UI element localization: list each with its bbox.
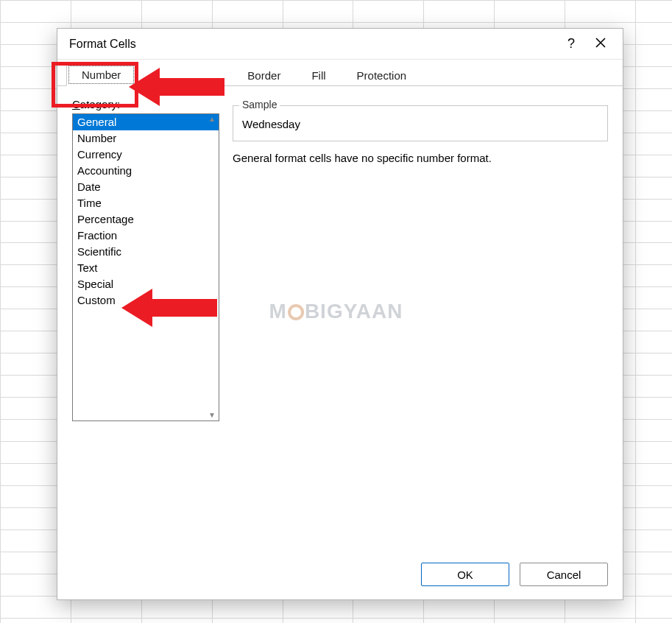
tab-label: Number [82, 68, 121, 81]
dialog-footer: OK Cancel [57, 552, 623, 599]
category-item-general[interactable]: General [73, 114, 219, 130]
cancel-button[interactable]: Cancel [520, 563, 608, 586]
category-item-time[interactable]: Time [73, 195, 219, 211]
list-item-label: Special [77, 278, 113, 290]
tab-protection[interactable]: Protection [342, 64, 422, 86]
category-item-text[interactable]: Text [73, 260, 219, 276]
category-item-currency[interactable]: Currency [73, 147, 219, 163]
list-item-label: Time [77, 197, 102, 209]
list-item-label: Percentage [77, 213, 134, 225]
tab-label: Fill [311, 69, 325, 82]
list-item-label: Number [77, 132, 116, 144]
listbox-scrollbar[interactable]: ▲ ▼ [205, 114, 219, 420]
help-button[interactable]: ? [556, 36, 586, 52]
titlebar: Format Cells ? [57, 29, 623, 60]
sample-group: Sample Wednesday [233, 105, 608, 141]
format-cells-dialog: Format Cells ? Number Border Fill Protec… [57, 28, 623, 600]
ok-button[interactable]: OK [421, 563, 509, 586]
category-item-custom[interactable]: Custom [73, 292, 219, 309]
list-item-label: Accounting [77, 164, 132, 177]
category-pane: Category: General Number Currency Accoun… [72, 98, 219, 552]
tab-number[interactable]: Number [66, 63, 136, 86]
list-item-label: General [77, 116, 116, 128]
list-item-label: Currency [77, 148, 122, 161]
category-item-scientific[interactable]: Scientific [73, 244, 219, 260]
button-label: Cancel [547, 569, 581, 581]
scroll-down-icon: ▼ [208, 412, 216, 419]
category-item-special[interactable]: Special [73, 276, 219, 292]
sample-pane: Sample Wednesday General format cells ha… [233, 98, 608, 552]
button-label: OK [457, 569, 473, 581]
dialog-title: Format Cells [69, 38, 556, 51]
category-item-percentage[interactable]: Percentage [73, 211, 219, 228]
list-item-label: Text [77, 261, 98, 274]
tab-fill[interactable]: Fill [296, 64, 341, 86]
category-listbox[interactable]: General Number Currency Accounting Date … [72, 113, 219, 421]
tab-label: Border [247, 69, 280, 82]
list-item-label: Scientific [77, 245, 121, 258]
tab-label: Protection [357, 69, 407, 82]
category-label: Category: [72, 98, 219, 110]
tab-strip: Number Border Fill Protection [57, 60, 623, 86]
category-item-date[interactable]: Date [73, 179, 219, 195]
close-button[interactable] [586, 38, 615, 50]
sample-legend: Sample [239, 99, 280, 110]
list-item-label: Fraction [77, 229, 117, 242]
category-item-fraction[interactable]: Fraction [73, 228, 219, 244]
tab-border[interactable]: Border [232, 64, 296, 86]
category-item-number[interactable]: Number [73, 130, 219, 147]
category-item-accounting[interactable]: Accounting [73, 163, 219, 179]
scroll-up-icon: ▲ [208, 116, 216, 123]
list-item-label: Date [77, 180, 101, 193]
format-description: General format cells have no specific nu… [233, 152, 608, 164]
list-item-label: Custom [77, 294, 116, 306]
sample-value: Wednesday [242, 118, 598, 130]
close-icon [595, 38, 606, 50]
dialog-body: Category: General Number Currency Accoun… [57, 86, 623, 552]
